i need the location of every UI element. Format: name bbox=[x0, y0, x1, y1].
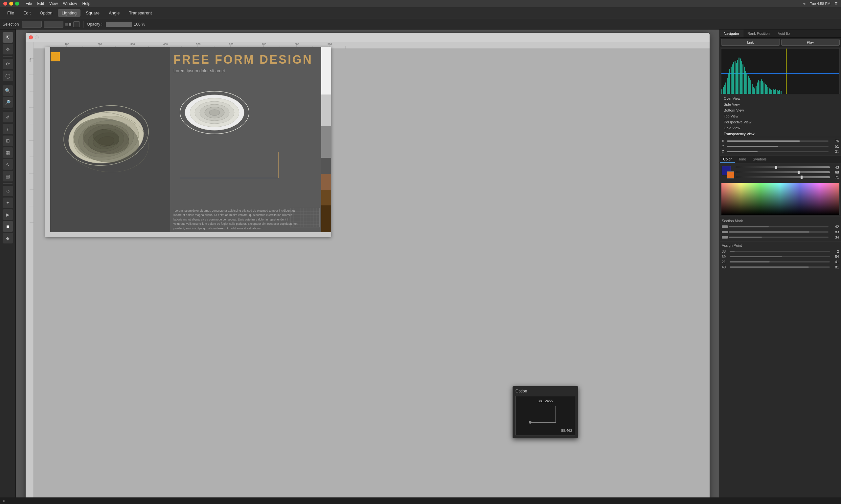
tool-grid[interactable]: ⊞ bbox=[3, 136, 13, 146]
tab-navigator[interactable]: Navigator bbox=[720, 30, 743, 37]
titlebar-menu-window[interactable]: Window bbox=[63, 1, 77, 6]
tool-effect[interactable]: ◆ bbox=[3, 233, 13, 244]
menu-file[interactable]: File bbox=[3, 9, 18, 17]
ap-slider3[interactable] bbox=[730, 261, 830, 263]
toolbar-box2 bbox=[44, 21, 64, 28]
titlebar-menu-view[interactable]: View bbox=[49, 1, 58, 6]
color-main-swatch[interactable] bbox=[722, 166, 734, 179]
ap-val1: 2 bbox=[831, 249, 839, 253]
titlebar-menu-file[interactable]: File bbox=[25, 1, 32, 6]
opacity-slider[interactable] bbox=[106, 22, 132, 27]
tool-node[interactable]: ◇ bbox=[3, 186, 13, 196]
xyz-row-z: Z 31 bbox=[720, 149, 841, 154]
svg-point-62 bbox=[209, 110, 220, 115]
ap-slider4[interactable] bbox=[730, 267, 830, 268]
design-page[interactable]: FREE FORM DESIGN Lorem ipsum dolor sit a… bbox=[45, 47, 331, 237]
color-slider-row3: 71 bbox=[736, 175, 839, 179]
svg-text:100: 100 bbox=[29, 58, 31, 62]
canvas-window: 100200 300400 500600 700800 900 bbox=[25, 33, 709, 501]
color-tab-tone[interactable]: Tone bbox=[735, 156, 749, 163]
tool-shape[interactable]: ◯ bbox=[3, 71, 13, 81]
y-slider[interactable] bbox=[727, 146, 828, 147]
canvas-minimize[interactable] bbox=[35, 35, 39, 39]
color-slider2[interactable] bbox=[736, 171, 830, 173]
canvas-area[interactable]: 100200 300400 500600 700800 900 bbox=[16, 30, 719, 504]
svg-rect-118 bbox=[768, 87, 768, 94]
tool-fill[interactable]: ■ bbox=[3, 221, 13, 232]
color-slider3[interactable] bbox=[736, 176, 830, 178]
titlebar-menu-help[interactable]: Help bbox=[83, 1, 91, 6]
color-slider1[interactable] bbox=[736, 166, 830, 168]
color-tab-symbols[interactable]: Symbols bbox=[749, 156, 770, 163]
sm-slider3[interactable] bbox=[729, 237, 828, 238]
menu-angle[interactable]: Angle bbox=[105, 9, 123, 17]
design-triangle bbox=[180, 152, 279, 178]
tool-rotate[interactable]: ⟳ bbox=[3, 59, 13, 69]
tool-mesh[interactable]: ▦ bbox=[3, 147, 13, 158]
sm-icon3 bbox=[722, 236, 728, 238]
main-layout: ↸ ✥ ⟳ ◯ 🔍 🔎 ✐ / ⊞ ▦ ∿ ▤ ◇ ✦ ▶ ■ ◆ bbox=[0, 30, 841, 504]
cs-lgray bbox=[321, 94, 331, 126]
canvas-close[interactable] bbox=[29, 35, 33, 39]
sm-fill1 bbox=[729, 226, 769, 228]
z-slider[interactable] bbox=[727, 151, 828, 152]
color-slider-row1: 43 bbox=[736, 165, 839, 169]
maximize-button[interactable] bbox=[15, 2, 19, 5]
tool-chart[interactable]: ▤ bbox=[3, 171, 13, 181]
svg-rect-95 bbox=[737, 60, 738, 94]
minimize-button[interactable] bbox=[9, 2, 13, 5]
svg-rect-121 bbox=[771, 90, 772, 94]
y-slider-fill bbox=[727, 146, 778, 147]
opacity-squares bbox=[65, 23, 71, 25]
play-button[interactable]: Play bbox=[781, 39, 840, 46]
titlebar-menu-edit[interactable]: Edit bbox=[37, 1, 44, 6]
sm-slider1[interactable] bbox=[729, 226, 828, 228]
canvas-content[interactable]: 100200 300400 500600 700800 900 bbox=[25, 42, 709, 501]
color-val2: 68 bbox=[831, 170, 839, 174]
organic-shape-secondary bbox=[177, 80, 252, 145]
tool-pen[interactable]: ✐ bbox=[3, 112, 13, 122]
view-perspview[interactable]: Perspective View bbox=[720, 119, 841, 125]
svg-rect-126 bbox=[778, 91, 779, 94]
menu-lighting[interactable]: Lighting bbox=[58, 9, 81, 17]
ap-val3: 41 bbox=[831, 260, 839, 264]
ap-fill3 bbox=[730, 261, 770, 263]
view-sideview[interactable]: Side View bbox=[720, 102, 841, 107]
link-button[interactable]: Link bbox=[721, 39, 780, 46]
tab-rank-position[interactable]: Rank Position bbox=[743, 30, 774, 37]
menu-transparent[interactable]: Transparent bbox=[125, 9, 156, 17]
view-goldview[interactable]: Gold View bbox=[720, 125, 841, 131]
close-button[interactable] bbox=[3, 2, 7, 5]
titlebar-right: ∿ Tue 4:58 PM ☰ bbox=[803, 2, 838, 6]
view-overview[interactable]: Over View bbox=[720, 95, 841, 102]
menu-option[interactable]: Option bbox=[36, 9, 56, 17]
color-slider2-handle bbox=[797, 170, 800, 174]
tool-cursor[interactable]: ↸ bbox=[3, 32, 13, 43]
svg-rect-99 bbox=[742, 64, 743, 94]
design-yellow-square[interactable] bbox=[51, 52, 60, 61]
view-transpview[interactable]: Transparency View bbox=[720, 131, 841, 137]
view-topview[interactable]: Top View bbox=[720, 113, 841, 119]
tool-zoom-out[interactable]: 🔎 bbox=[3, 97, 13, 108]
color-tab-color[interactable]: Color bbox=[720, 156, 735, 163]
svg-rect-123 bbox=[774, 90, 775, 94]
view-bottomview[interactable]: Bottom View bbox=[720, 107, 841, 113]
ap-slider1[interactable] bbox=[730, 251, 830, 252]
tool-zoom[interactable]: 🔍 bbox=[3, 85, 13, 96]
toolbar-box1 bbox=[22, 21, 42, 28]
tool-magic[interactable]: ✦ bbox=[3, 198, 13, 208]
tool-path[interactable]: ▶ bbox=[3, 209, 13, 220]
color-gradient-picker[interactable] bbox=[721, 182, 840, 215]
ap-slider2[interactable] bbox=[730, 256, 830, 257]
tab-void-ex[interactable]: Void Ex bbox=[774, 30, 794, 37]
x-slider[interactable] bbox=[727, 141, 828, 142]
tool-wave[interactable]: ∿ bbox=[3, 159, 13, 169]
color-val3: 71 bbox=[831, 175, 839, 179]
color-swatch-tool[interactable] bbox=[73, 21, 80, 27]
menu-edit[interactable]: Edit bbox=[19, 9, 34, 17]
sm-slider2[interactable] bbox=[729, 231, 828, 233]
tool-line[interactable]: / bbox=[3, 124, 13, 134]
tool-separator4 bbox=[3, 183, 13, 184]
menu-square[interactable]: Square bbox=[82, 9, 103, 17]
tool-move[interactable]: ✥ bbox=[3, 44, 13, 54]
